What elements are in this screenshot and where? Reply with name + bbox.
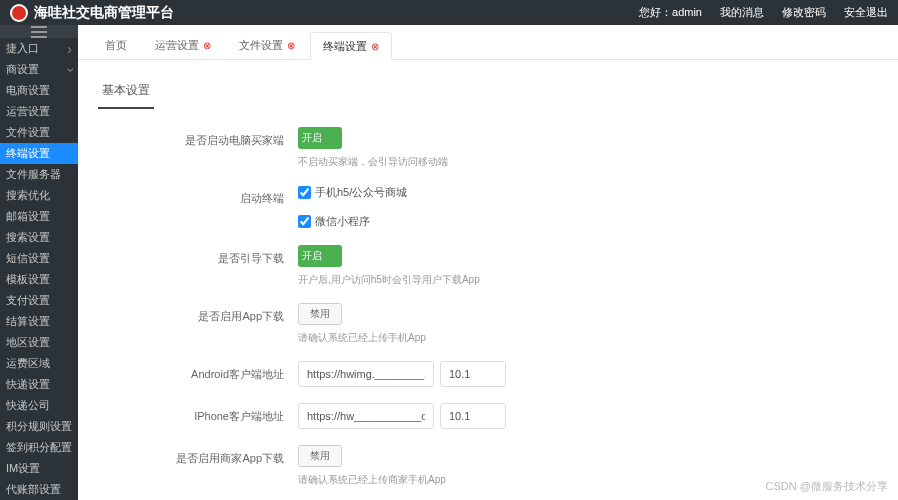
sidebar: 捷入口商设置电商设置运营设置文件设置终端设置文件服务器搜索优化邮箱设置搜索设置短… [0,25,78,500]
app-logo: 海哇社交电商管理平台 [10,4,174,22]
iphone-version-input[interactable] [440,403,506,429]
sidebar-toggle[interactable] [0,25,78,38]
sidebar-item-12[interactable]: 支付设置 [0,290,78,311]
section-title: 基本设置 [98,74,154,109]
tab-bar: 首页运营设置⊗文件设置⊗终端设置⊗ [78,25,898,60]
sidebar-item-16[interactable]: 快递设置 [0,374,78,395]
sidebar-item-8[interactable]: 邮箱设置 [0,206,78,227]
app-title: 海哇社交电商管理平台 [34,4,174,22]
logo-icon [10,4,28,22]
miniprogram-checkbox[interactable] [298,215,311,228]
sidebar-item-20[interactable]: IM设置 [0,458,78,479]
start-terminal-label: 启动终端 [98,185,298,206]
guide-download-help: 开户后,用户访问h5时会引导用户下载App [298,273,878,287]
tab-close-icon[interactable]: ⊗ [287,40,295,51]
settings-panel: 基本设置 是否启动电脑买家端 开启 不启动买家端，会引导访问移动端 启动终端 手… [78,60,898,500]
sidebar-item-10[interactable]: 短信设置 [0,248,78,269]
sidebar-item-21[interactable]: 代账部设置 [0,479,78,500]
sidebar-item-1[interactable]: 商设置 [0,59,78,80]
sidebar-item-11[interactable]: 模板设置 [0,269,78,290]
miniprogram-label: 微信小程序 [315,214,370,229]
sidebar-item-0[interactable]: 捷入口 [0,38,78,59]
tab-3[interactable]: 终端设置⊗ [310,32,392,60]
enable-app-disable-btn[interactable]: 禁用 [298,303,342,325]
watermark: CSDN @微服务技术分享 [766,479,888,494]
sidebar-item-18[interactable]: 积分规则设置 [0,416,78,437]
pc-buyer-help: 不启动买家端，会引导访问移动端 [298,155,878,169]
iphone-url-input[interactable] [298,403,434,429]
guide-download-switch[interactable]: 开启 [298,245,342,267]
h5-checkbox[interactable] [298,186,311,199]
sidebar-item-2[interactable]: 电商设置 [0,80,78,101]
sidebar-item-6[interactable]: 文件服务器 [0,164,78,185]
sidebar-item-9[interactable]: 搜索设置 [0,227,78,248]
hamburger-icon [31,31,47,33]
android-url-input[interactable] [298,361,434,387]
iphone-url-label: IPhone客户端地址 [98,403,298,424]
sidebar-item-15[interactable]: 运费区域 [0,353,78,374]
android-url-label: Android客户端地址 [98,361,298,382]
my-messages-link[interactable]: 我的消息 [720,5,764,20]
tab-2[interactable]: 文件设置⊗ [226,31,308,59]
sidebar-item-7[interactable]: 搜索优化 [0,185,78,206]
sidebar-item-13[interactable]: 结算设置 [0,311,78,332]
enable-seller-app-disable-btn[interactable]: 禁用 [298,445,342,467]
pc-buyer-label: 是否启动电脑买家端 [98,127,298,148]
android-version-input[interactable] [440,361,506,387]
sidebar-item-3[interactable]: 运营设置 [0,101,78,122]
h5-label: 手机h5/公众号商城 [315,185,407,200]
sidebar-item-17[interactable]: 快递公司 [0,395,78,416]
sidebar-item-14[interactable]: 地区设置 [0,332,78,353]
enable-app-label: 是否启用App下载 [98,303,298,324]
tab-1[interactable]: 运营设置⊗ [142,31,224,59]
enable-seller-app-label: 是否启用商家App下载 [98,445,298,466]
enable-app-help: 请确认系统已经上传手机App [298,331,878,345]
sidebar-item-4[interactable]: 文件设置 [0,122,78,143]
change-password-link[interactable]: 修改密码 [782,5,826,20]
tab-close-icon[interactable]: ⊗ [371,41,379,52]
tab-close-icon[interactable]: ⊗ [203,40,211,51]
user-greeting: 您好：admin [639,5,702,20]
pc-buyer-switch[interactable]: 开启 [298,127,342,149]
tab-0[interactable]: 首页 [92,31,140,59]
guide-download-label: 是否引导下载 [98,245,298,266]
logout-link[interactable]: 安全退出 [844,5,888,20]
sidebar-item-19[interactable]: 签到积分配置 [0,437,78,458]
sidebar-item-5[interactable]: 终端设置 [0,143,78,164]
